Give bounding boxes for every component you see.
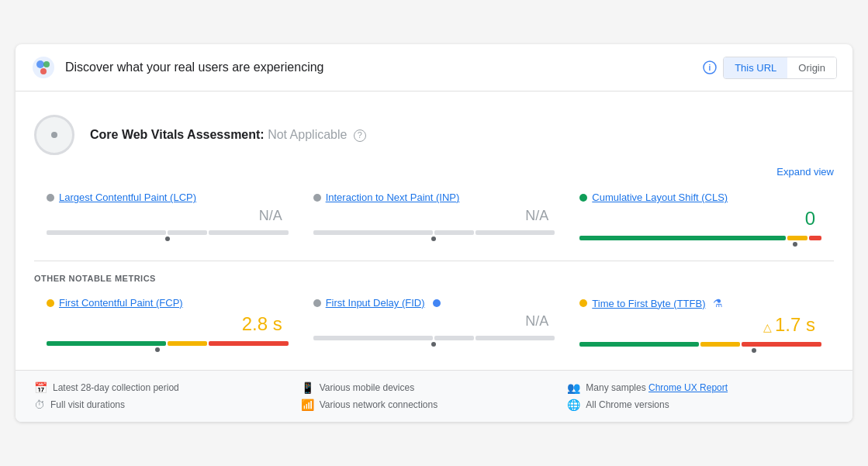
notable-metric-cell-ttfb: Time to First Byte (TTFB)⚗△1.7 s: [567, 289, 834, 354]
footer-item-text: Full visit durations: [50, 399, 125, 410]
core-metrics-grid: Largest Contentful Paint (LCP)N/AInterac…: [34, 184, 834, 261]
metric-bar: [579, 342, 821, 347]
footer-item: ⏱Full visit durations: [34, 399, 301, 411]
header-title: Discover what your real users are experi…: [65, 60, 323, 74]
footer-item-text: Latest 28-day collection period: [53, 382, 179, 393]
metric-name-link[interactable]: Time to First Byte (TTFB): [592, 298, 705, 309]
metric-status-dot: [47, 299, 54, 307]
metric-value: N/A: [525, 313, 548, 330]
footer-item-icon: 📅: [34, 381, 47, 394]
bar-pointer: [431, 342, 436, 347]
bar-segment: [209, 230, 289, 235]
assessment-help-icon[interactable]: ?: [354, 129, 366, 142]
metric-name-link[interactable]: Largest Contentful Paint (LCP): [59, 192, 196, 203]
metric-bar: [313, 230, 555, 235]
bar-segment: [579, 236, 785, 240]
bar-segment: [313, 336, 433, 340]
footer-item-icon: 👥: [567, 381, 580, 394]
bar-segment: [700, 342, 740, 347]
footer-item-icon: 📶: [301, 399, 314, 411]
bar-segment: [475, 230, 555, 235]
bar-segment: [579, 342, 699, 347]
bar-segment: [209, 341, 289, 346]
footer-item: 📅Latest 28-day collection period: [34, 381, 301, 394]
bar-pointer: [431, 236, 436, 241]
bar-segment: [168, 230, 207, 235]
bar-segment: [47, 341, 166, 346]
svg-point-3: [40, 68, 47, 74]
footer-item-text: Various mobile devices: [320, 382, 415, 393]
footer-item-text: All Chrome versions: [586, 399, 669, 410]
core-metric-cell-inp: Interaction to Next Paint (INP)N/A: [301, 184, 568, 248]
metric-value-row: 2.8 s: [47, 313, 289, 335]
main-card: Discover what your real users are experi…: [16, 44, 852, 422]
metric-bar: [313, 336, 555, 340]
metric-value: N/A: [47, 208, 289, 224]
bar-segment: [434, 230, 474, 235]
metric-value-row: △1.7 s: [579, 314, 821, 336]
metric-value: 1.7 s: [775, 314, 815, 336]
bar-segment: [475, 336, 555, 340]
assessment-row: Core Web Vitals Assessment: Not Applicab…: [34, 107, 834, 166]
metric-status-dot: [579, 299, 587, 307]
metric-label-row: Largest Contentful Paint (LCP): [47, 192, 289, 203]
core-metric-cell-cls: Cumulative Layout Shift (CLS)0: [567, 184, 834, 248]
metric-label-row: First Contentful Paint (FCP): [47, 297, 289, 309]
header-left: Discover what your real users are experi…: [31, 55, 323, 80]
this-url-button[interactable]: This URL: [724, 57, 787, 78]
metric-value-row: N/A: [313, 313, 555, 330]
metric-bar: [579, 236, 821, 240]
svg-text:i: i: [709, 64, 711, 72]
metric-label-row: Cumulative Layout Shift (CLS): [579, 192, 821, 203]
metric-value: N/A: [313, 208, 555, 224]
bar-pointer: [752, 348, 756, 353]
flask-icon: ⚗: [713, 297, 723, 309]
bar-segment: [787, 236, 808, 240]
metric-name-link[interactable]: Interaction to Next Paint (INP): [326, 192, 460, 203]
svg-point-1: [36, 60, 44, 68]
footer-item-link[interactable]: Chrome UX Report: [648, 382, 728, 393]
main-content: Core Web Vitals Assessment: Not Applicab…: [16, 91, 852, 370]
metric-status-dot: [47, 194, 54, 202]
core-metric-cell-lcp: Largest Contentful Paint (LCP)N/A: [34, 184, 301, 248]
gauge-dot: [51, 132, 57, 138]
metric-name-link[interactable]: First Input Delay (FID): [326, 297, 425, 309]
info-circle-icon[interactable]: i: [703, 60, 717, 74]
bar-pointer: [793, 242, 797, 247]
bar-pointer: [155, 347, 160, 352]
origin-button[interactable]: Origin: [787, 57, 836, 78]
bar-segment: [168, 341, 207, 346]
metric-status-dot: [579, 194, 587, 202]
metric-name-link[interactable]: Cumulative Layout Shift (CLS): [592, 192, 728, 203]
metric-name-link[interactable]: First Contentful Paint (FCP): [59, 297, 183, 309]
notable-metrics-grid: First Contentful Paint (FCP)2.8 sFirst I…: [34, 289, 834, 354]
metric-label-row: Interaction to Next Paint (INP): [313, 192, 555, 203]
expand-view-link[interactable]: Expand view: [776, 166, 834, 178]
expand-row: Expand view: [34, 166, 834, 178]
metric-label-row: First Input Delay (FID): [313, 297, 555, 309]
footer-item: 📶Various network connections: [301, 399, 568, 411]
metric-value: 0: [579, 208, 821, 230]
footer-item: 📱Various mobile devices: [301, 381, 568, 394]
assessment-text: Core Web Vitals Assessment: Not Applicab…: [90, 128, 366, 142]
bar-pointer: [165, 236, 170, 241]
metric-value: 2.8 s: [242, 313, 282, 335]
bar-segment: [809, 236, 821, 240]
other-metrics-title: OTHER NOTABLE METRICS: [34, 261, 834, 289]
svg-point-2: [43, 61, 50, 67]
notable-metric-cell-fcp: First Contentful Paint (FCP)2.8 s: [34, 289, 301, 354]
header: Discover what your real users are experi…: [16, 44, 852, 91]
svg-point-0: [33, 57, 54, 78]
header-right: i This URL Origin: [703, 57, 837, 79]
warning-triangle-icon: △: [763, 321, 772, 333]
metric-bar: [47, 341, 289, 346]
footer-item-text: Various network connections: [320, 399, 438, 410]
bar-segment: [434, 336, 474, 340]
logo-icon: [31, 55, 56, 80]
footer-item-text: Many samples Chrome UX Report: [586, 382, 728, 393]
metric-status-dot: [313, 299, 321, 307]
footer-item-icon: 🌐: [567, 399, 580, 411]
notable-metric-cell-fid: First Input Delay (FID)N/A: [301, 289, 568, 354]
footer-item: 🌐All Chrome versions: [567, 399, 834, 411]
bar-segment: [313, 230, 433, 235]
